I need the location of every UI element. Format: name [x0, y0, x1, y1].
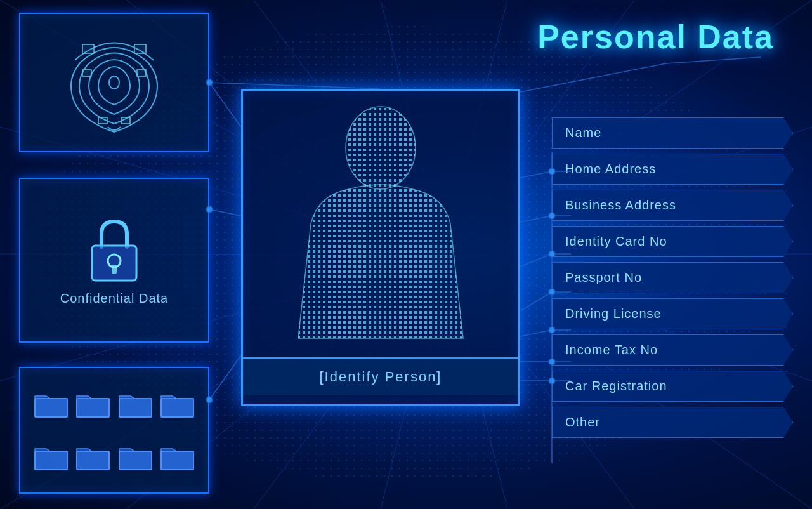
folder-icon-1: [34, 390, 69, 418]
person-icon: [266, 97, 495, 351]
svg-rect-31: [35, 399, 67, 417]
svg-rect-27: [121, 117, 130, 124]
svg-line-51: [520, 330, 552, 336]
label-item-business-address: Business Address: [552, 190, 793, 221]
person-area: [243, 91, 518, 357]
svg-line-66: [209, 209, 241, 216]
label-item-car-registration: Car Registration: [552, 371, 793, 402]
label-item-name: Name: [552, 117, 793, 149]
svg-line-65: [209, 83, 241, 127]
folder-icon-3: [118, 390, 153, 418]
svg-line-49: [520, 292, 552, 311]
label-item-income-tax: Income Tax No: [552, 334, 793, 366]
svg-rect-24: [82, 70, 91, 76]
svg-line-72: [520, 63, 666, 92]
svg-line-70: [209, 83, 381, 89]
svg-line-68: [209, 355, 241, 400]
svg-rect-38: [161, 451, 193, 470]
folder-icon-7: [118, 442, 153, 471]
label-item-identity-card: Identity Card No: [552, 226, 793, 257]
svg-rect-36: [77, 451, 109, 470]
identify-bar: [Identify Person]: [243, 357, 518, 395]
label-item-driving-license: Driving License: [552, 298, 793, 329]
label-item-passport: Passport No: [552, 262, 793, 293]
svg-rect-22: [82, 44, 94, 53]
folders-panel: [19, 367, 209, 494]
labels-container: NameHome AddressBusiness AddressIdentity…: [552, 117, 793, 438]
svg-rect-37: [119, 451, 152, 470]
folder-icon-2: [75, 390, 110, 418]
lock-icon: [82, 215, 146, 285]
folder-icon-5: [34, 442, 69, 471]
main-content: Personal Data: [0, 0, 812, 509]
svg-rect-35: [35, 451, 67, 470]
confidential-label: Confidential Data: [60, 291, 168, 306]
svg-rect-32: [77, 399, 109, 417]
svg-rect-23: [134, 44, 146, 53]
page-title: Personal Data: [537, 18, 774, 56]
svg-point-21: [109, 76, 119, 89]
svg-rect-26: [98, 117, 107, 124]
svg-line-45: [520, 216, 552, 222]
fingerprint-panel: [19, 13, 209, 152]
identify-label: [Identify Person]: [320, 369, 442, 385]
label-item-home-address: Home Address: [552, 154, 793, 185]
folder-icon-4: [160, 390, 195, 418]
svg-line-43: [520, 171, 552, 178]
lock-panel: Confidential Data: [19, 178, 209, 343]
svg-rect-30: [112, 265, 117, 274]
svg-rect-33: [119, 399, 152, 417]
folder-icon-6: [75, 442, 110, 471]
label-item-other: Other: [552, 407, 793, 438]
center-panel: [Identify Person]: [241, 89, 520, 406]
svg-line-47: [520, 254, 552, 267]
svg-rect-25: [137, 70, 146, 76]
svg-line-73: [666, 57, 761, 63]
fingerprint-icon: [63, 25, 165, 140]
svg-rect-34: [161, 399, 193, 417]
svg-rect-28: [92, 246, 136, 281]
folder-icon-8: [160, 442, 195, 471]
